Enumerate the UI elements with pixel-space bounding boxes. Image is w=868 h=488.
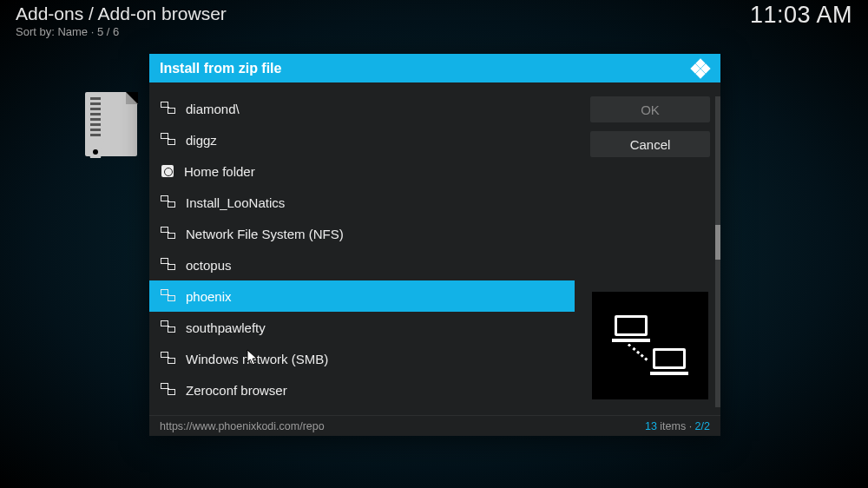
file-label: octopus bbox=[186, 258, 232, 273]
network-source-icon bbox=[161, 322, 175, 333]
file-label: phoenix bbox=[186, 289, 232, 304]
file-item-southpawlefty[interactable]: southpawlefty bbox=[149, 312, 575, 343]
file-item-phoenix[interactable]: phoenix bbox=[149, 280, 575, 312]
file-item-home-folder[interactable]: Home folder bbox=[149, 155, 575, 187]
file-item-install-loonatics[interactable]: Install_LooNatics bbox=[149, 187, 575, 218]
item-count: 13 items · 2/2 bbox=[645, 420, 710, 432]
file-label: diggz bbox=[186, 133, 217, 148]
file-item-zeroconf[interactable]: Zeroconf browser bbox=[149, 374, 575, 406]
sort-prefix: Sort by: bbox=[16, 25, 57, 38]
home-folder-icon bbox=[161, 165, 174, 177]
file-label: Zeroconf browser bbox=[186, 383, 287, 398]
file-item-octopus[interactable]: octopus bbox=[149, 249, 575, 280]
network-source-icon bbox=[161, 291, 175, 301]
network-source-icon bbox=[161, 260, 175, 270]
selected-url: https://www.phoenixkodi.com/repo bbox=[160, 420, 325, 432]
file-label: Network File System (NFS) bbox=[186, 227, 344, 241]
dialog-title: Install from zip file bbox=[160, 61, 281, 76]
file-label: diamond\ bbox=[186, 102, 240, 116]
sort-value: Name bbox=[57, 25, 88, 38]
network-computers-icon bbox=[615, 315, 686, 376]
sort-line: Sort by: Name · 5 / 6 bbox=[16, 25, 227, 38]
header: Add-ons / Add-on browser Sort by: Name ·… bbox=[16, 3, 227, 38]
file-label: southpawlefty bbox=[186, 320, 266, 335]
network-source-icon bbox=[161, 353, 175, 364]
network-source-icon bbox=[161, 385, 175, 395]
dialog-title-bar: Install from zip file bbox=[149, 54, 720, 82]
breadcrumb: Add-ons / Add-on browser bbox=[16, 3, 227, 24]
file-list[interactable]: diamond\ diggz Home folder Install_LooNa… bbox=[149, 82, 575, 415]
ok-button[interactable]: OK bbox=[590, 96, 710, 122]
file-label: Home folder bbox=[184, 164, 255, 179]
network-source-icon bbox=[161, 228, 175, 239]
network-source-icon bbox=[161, 197, 175, 208]
dialog-install-from-zip: Install from zip file diamond\ diggz Hom… bbox=[149, 54, 720, 436]
sort-position: · 5 / 6 bbox=[88, 25, 119, 38]
network-source-icon bbox=[161, 103, 175, 114]
kodi-logo-icon bbox=[691, 59, 710, 78]
file-item-smb[interactable]: Windows network (SMB) bbox=[149, 343, 575, 374]
source-artwork bbox=[592, 292, 708, 399]
dialog-side-panel: OK Cancel bbox=[575, 82, 720, 415]
file-item-diamond[interactable]: diamond\ bbox=[149, 93, 575, 124]
network-source-icon bbox=[161, 135, 175, 145]
cancel-button[interactable]: Cancel bbox=[590, 131, 710, 157]
file-item-diggz[interactable]: diggz bbox=[149, 124, 575, 155]
dialog-footer: https://www.phoenixkodi.com/repo 13 item… bbox=[149, 415, 720, 436]
file-item-nfs[interactable]: Network File System (NFS) bbox=[149, 218, 575, 249]
zip-file-icon bbox=[85, 92, 148, 168]
file-label: Windows network (SMB) bbox=[186, 352, 328, 366]
file-label: Install_LooNatics bbox=[186, 195, 285, 210]
clock: 11:03 AM bbox=[750, 2, 852, 29]
